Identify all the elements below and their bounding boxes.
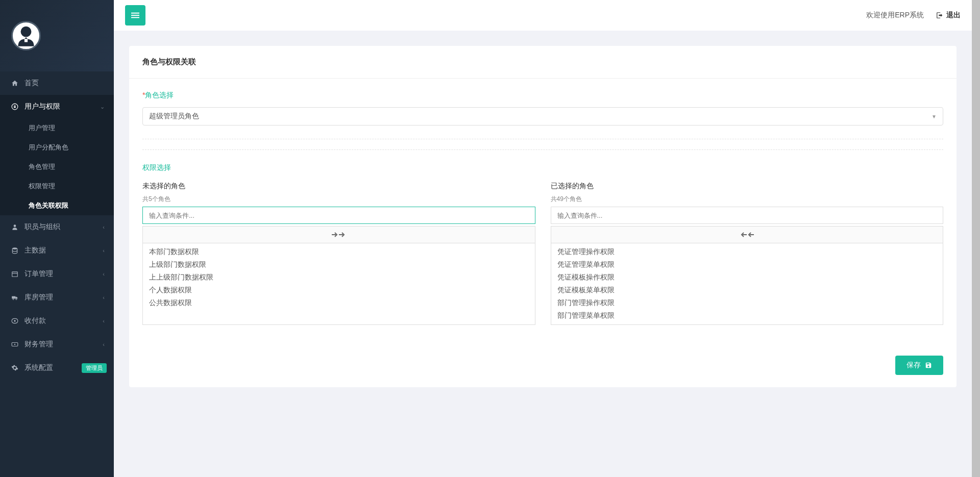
lock-icon <box>10 103 19 110</box>
nav-label: 首页 <box>24 79 39 88</box>
list-item[interactable]: 部门管理菜单权限 <box>555 309 939 322</box>
nav-label: 系统配置 <box>24 363 53 372</box>
svg-rect-4 <box>14 106 16 108</box>
svg-point-12 <box>14 320 16 322</box>
arrow-right-double-icon <box>332 232 346 238</box>
svg-rect-9 <box>12 296 15 299</box>
nav-label: 职员与组织 <box>24 222 60 232</box>
logout-icon <box>936 12 943 19</box>
nav-label: 财务管理 <box>24 340 53 349</box>
welcome-text: 欢迎使用ERP系统 <box>866 11 924 20</box>
nav-label: 订单管理 <box>24 269 53 279</box>
nav-order-mgmt[interactable]: 订单管理 ‹ <box>0 262 114 286</box>
logout-button[interactable]: 退出 <box>936 11 961 20</box>
calendar-icon <box>10 270 19 278</box>
actions: 保存 <box>142 356 943 375</box>
list-item[interactable]: 个人数据权限 <box>147 284 531 296</box>
svg-rect-15 <box>131 13 139 14</box>
save-label: 保存 <box>906 361 921 370</box>
transfer-right-title: 已选择的角色 <box>551 182 944 191</box>
role-select[interactable]: 超级管理员角色 ▼ <box>142 107 943 125</box>
svg-point-14 <box>14 344 15 345</box>
user-icon <box>10 223 19 231</box>
sub-nav-user-perm: 用户管理 用户分配角色 角色管理 权限管理 角色关联权限 <box>0 118 114 215</box>
list-item[interactable]: 本部门数据权限 <box>147 245 531 258</box>
wallet-icon <box>10 317 19 324</box>
divider <box>142 139 943 139</box>
arrow-left-double-icon <box>740 232 754 238</box>
database-icon <box>10 247 19 254</box>
nav-system-config[interactable]: 系统配置 管理员 <box>0 356 114 380</box>
transfer-right-search[interactable] <box>551 207 944 224</box>
transfer-left-title: 未选择的角色 <box>142 182 535 191</box>
chevron-left-icon: ‹ <box>103 224 105 230</box>
transfer-right: 已选择的角色 共49个角色 凭证管理操作权限凭证管理菜单权限凭证模板操作权限凭证… <box>551 182 944 325</box>
list-item[interactable]: 凭证管理操作权限 <box>555 245 939 258</box>
svg-rect-16 <box>131 15 139 16</box>
list-item[interactable]: 凭证模板操作权限 <box>555 271 939 284</box>
transfer-left-count: 共5个角色 <box>142 195 535 204</box>
role-select-label: *角色选择 <box>142 91 943 100</box>
perm-section-label: 权限选择 <box>142 163 943 172</box>
caret-down-icon: ▼ <box>932 114 937 119</box>
sub-role-mgmt[interactable]: 角色管理 <box>0 157 114 177</box>
role-select-value: 超级管理员角色 <box>149 112 199 121</box>
nav-label: 主数据 <box>24 246 46 255</box>
nav-label: 用户与权限 <box>24 102 60 111</box>
nav-list: 首页 用户与权限 ⌄ 用户管理 用户分配角色 角色管理 权限管理 角色关联权限 … <box>0 71 114 380</box>
move-all-left-button[interactable] <box>551 226 944 243</box>
chevron-down-icon: ⌄ <box>100 104 105 110</box>
chevron-left-icon: ‹ <box>103 341 105 347</box>
panel-body: *角色选择 超级管理员角色 ▼ 权限选择 未选择的角色 共5个角色 <box>129 79 957 387</box>
sub-role-link-perm[interactable]: 角色关联权限 <box>0 196 114 215</box>
svg-point-10 <box>13 298 14 299</box>
menu-toggle-button[interactable] <box>125 5 145 26</box>
move-all-right-button[interactable] <box>142 226 535 243</box>
panel: 角色与权限关联 *角色选择 超级管理员角色 ▼ 权限选择 未选择的角色 <box>129 46 957 387</box>
list-item[interactable]: 凭证模板菜单权限 <box>555 284 939 296</box>
save-button[interactable]: 保存 <box>895 356 943 375</box>
list-item[interactable]: 岗位管理操作权限 <box>555 322 939 325</box>
transfer: 未选择的角色 共5个角色 本部门数据权限上级部门数据权限上上级部门数据权限个人数… <box>142 182 943 325</box>
main: 欢迎使用ERP系统 退出 角色与权限关联 *角色选择 超级管理员角色 ▼ <box>114 0 972 477</box>
nav-payment[interactable]: 收付款 ‹ <box>0 309 114 333</box>
transfer-left: 未选择的角色 共5个角色 本部门数据权限上级部门数据权限上上级部门数据权限个人数… <box>142 182 535 325</box>
sub-user-mgmt[interactable]: 用户管理 <box>0 118 114 138</box>
chevron-left-icon: ‹ <box>103 318 105 324</box>
gear-icon <box>10 364 19 371</box>
list-item[interactable]: 上级部门数据权限 <box>147 258 531 271</box>
svg-rect-17 <box>131 17 139 18</box>
sub-user-assign-role[interactable]: 用户分配角色 <box>0 138 114 157</box>
home-icon <box>10 80 19 87</box>
list-item[interactable]: 部门管理操作权限 <box>555 296 939 309</box>
nav-finance[interactable]: 财务管理 ‹ <box>0 333 114 356</box>
nav-label: 收付款 <box>24 316 46 325</box>
svg-point-0 <box>21 27 32 37</box>
avatar[interactable] <box>11 21 41 51</box>
nav-home[interactable]: 首页 <box>0 71 114 95</box>
svg-point-11 <box>16 298 17 299</box>
page-scrollbar[interactable] <box>972 0 980 477</box>
sidebar: 首页 用户与权限 ⌄ 用户管理 用户分配角色 角色管理 权限管理 角色关联权限 … <box>0 0 114 477</box>
nav-user-perm[interactable]: 用户与权限 ⌄ <box>0 95 114 118</box>
nav-master-data[interactable]: 主数据 ‹ <box>0 239 114 262</box>
list-item[interactable]: 凭证管理菜单权限 <box>555 258 939 271</box>
sub-perm-mgmt[interactable]: 权限管理 <box>0 177 114 196</box>
nav-label: 库房管理 <box>24 293 53 302</box>
logout-label: 退出 <box>946 11 961 20</box>
svg-point-5 <box>14 224 16 227</box>
chevron-left-icon: ‹ <box>103 271 105 277</box>
transfer-right-count: 共49个角色 <box>551 195 944 204</box>
save-icon <box>925 362 932 369</box>
list-item[interactable]: 公共数据权限 <box>147 296 531 309</box>
truck-icon <box>10 294 19 301</box>
panel-title: 角色与权限关联 <box>129 46 957 79</box>
transfer-right-list[interactable]: 凭证管理操作权限凭证管理菜单权限凭证模板操作权限凭证模板菜单权限部门管理操作权限… <box>551 243 944 325</box>
chevron-left-icon: ‹ <box>103 247 105 254</box>
list-item[interactable]: 上上级部门数据权限 <box>147 271 531 284</box>
transfer-left-search[interactable] <box>142 207 535 224</box>
profile-area <box>0 0 114 71</box>
transfer-left-list[interactable]: 本部门数据权限上级部门数据权限上上级部门数据权限个人数据权限公共数据权限 <box>142 243 535 325</box>
nav-staff-org[interactable]: 职员与组织 ‹ <box>0 215 114 239</box>
nav-warehouse[interactable]: 库房管理 ‹ <box>0 286 114 309</box>
